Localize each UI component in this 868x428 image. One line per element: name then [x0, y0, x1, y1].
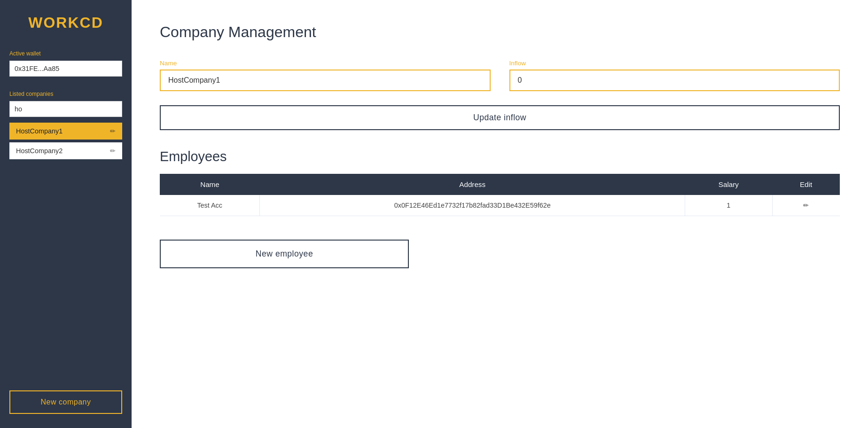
main-content: Company Management Name Inflow Update in… [132, 0, 868, 428]
company-filter-input[interactable] [9, 101, 122, 117]
company-list: HostCompany1 ✏ HostCompany2 ✏ [9, 123, 122, 381]
company-item-hostcompany1[interactable]: HostCompany1 ✏ [9, 123, 122, 140]
inflow-form-group: Inflow [509, 60, 840, 91]
company-name-input[interactable] [160, 70, 491, 91]
employees-section-title: Employees [160, 149, 840, 164]
table-header-name: Name [160, 174, 260, 195]
table-header-edit: Edit [772, 174, 840, 195]
employee-edit-icon[interactable]: ✏ [803, 202, 809, 209]
table-row: Test Acc 0x0F12E46Ed1e7732f17b82fad33D1B… [160, 195, 840, 216]
inflow-input[interactable] [509, 70, 840, 91]
active-wallet-label: Active wallet [9, 50, 122, 57]
company-item-hostcompany2[interactable]: HostCompany2 ✏ [9, 142, 122, 159]
inflow-label: Inflow [509, 60, 840, 67]
listed-companies-label: Listed companies [9, 91, 122, 97]
table-header-address: Address [260, 174, 685, 195]
new-company-button[interactable]: New company [9, 390, 122, 414]
wallet-input[interactable] [9, 61, 122, 77]
page-title: Company Management [160, 23, 840, 41]
employee-name: Test Acc [160, 195, 260, 216]
employee-edit-cell: ✏ [772, 195, 840, 216]
app-logo: WORKCD [9, 14, 122, 31]
company-item-label: HostCompany1 [16, 127, 63, 135]
company-item-label: HostCompany2 [16, 147, 63, 155]
new-employee-button[interactable]: New employee [160, 240, 409, 268]
edit-icon[interactable]: ✏ [110, 127, 116, 135]
name-label: Name [160, 60, 491, 67]
employees-table: Name Address Salary Edit Test Acc 0x0F12… [160, 174, 840, 216]
update-inflow-button[interactable]: Update inflow [160, 105, 840, 130]
table-header-row: Name Address Salary Edit [160, 174, 840, 195]
company-form-row: Name Inflow [160, 60, 840, 91]
employee-address: 0x0F12E46Ed1e7732f17b82fad33D1Be432E59f6… [260, 195, 685, 216]
employee-salary: 1 [685, 195, 773, 216]
name-form-group: Name [160, 60, 491, 91]
sidebar: WORKCD Active wallet Listed companies Ho… [0, 0, 132, 428]
edit-icon[interactable]: ✏ [110, 147, 116, 155]
table-header-salary: Salary [685, 174, 773, 195]
